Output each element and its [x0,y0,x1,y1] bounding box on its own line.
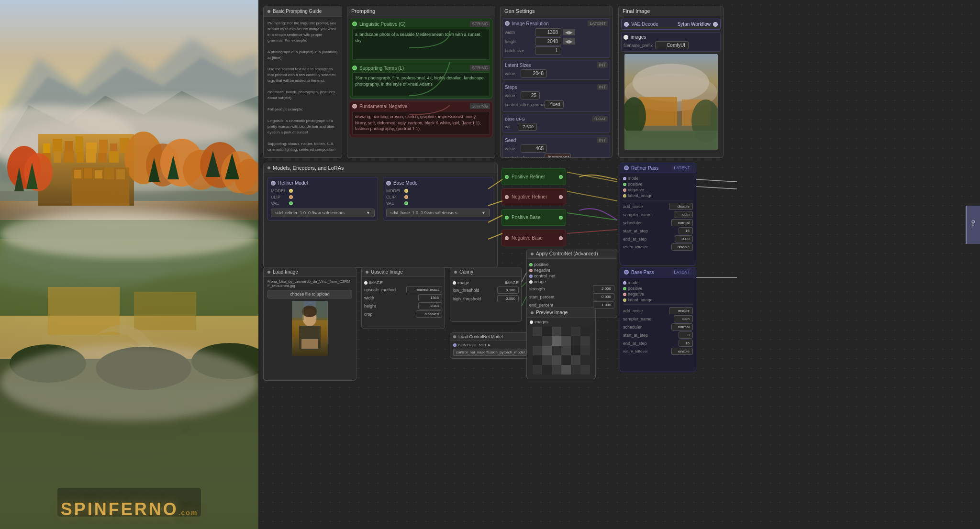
base-model-out [404,189,408,193]
guide-content[interactable]: Prompting: For the linguistic prompt, yo… [264,17,342,155]
bp-end-value[interactable]: 16 [679,340,693,347]
steps-value[interactable]: 25 [521,91,540,99]
canny-high-value[interactable]: 0.500 [497,295,519,302]
height-value[interactable]: 2048 [535,37,561,45]
refiner-model-selector[interactable]: sdxl_refiner_1.0_0.9van safetensors ▼ [271,209,375,217]
svg-rect-78 [624,131,718,150]
upscale-dot [366,271,368,274]
bp-return-value[interactable]: enable [671,348,693,355]
supporting-text-area[interactable]: 35mm photograph, film, professional, 4k,… [352,72,490,96]
cn-end-value[interactable]: 1.000 [593,301,614,309]
images-label: images [631,34,646,40]
svg-rect-42 [104,167,114,179]
svg-rect-43 [116,169,125,179]
canny-panel: Canny image IMAGE low_threshold 0.100 hi… [450,267,522,322]
refiner-model-file: sdxl_refiner_1.0_0.9van safetensors [275,210,345,215]
svg-rect-101 [542,346,552,355]
refiner-pass-panel: Refiner Pass LATENT model positive negat… [620,163,696,265]
base-vae-out [404,201,408,205]
main-layout: SPINFERNO.com [0,0,980,529]
rp-add-noise-value[interactable]: disable [669,203,693,210]
linguistic-text-area[interactable]: a landscape photo of a seaside Mediterra… [352,29,490,60]
cn-model-file[interactable]: control_net_nasdiffusion_pytorch_model.b… [453,349,528,356]
rp-sampler-value[interactable]: ddin [674,211,693,218]
canny-body: image IMAGE low_threshold 0.100 high_thr… [450,277,521,306]
neg-refiner-right-port [559,195,563,199]
svg-rect-18 [64,151,74,163]
seed-control-value[interactable]: increment [545,154,571,158]
filename-value[interactable]: ComfyUI [655,41,689,49]
pos-base-label: Positive Base [512,215,556,220]
base-pass-panel: Base Pass LATENT model positive negative [620,267,696,372]
cn-start-value[interactable]: 0.000 [593,293,614,300]
rp-return-value[interactable]: disable [671,243,693,251]
neg-refiner-left-port [505,195,509,199]
positive-base-panel: Positive Base [501,209,566,226]
refiner-pass-type: LATENT [672,165,692,171]
base-pass-body: model positive negative latent_image [620,277,696,358]
rp-start-value[interactable]: 16 [679,227,693,234]
svg-rect-106 [533,355,542,365]
cn-positive-port [529,263,533,266]
base-cfg-value[interactable]: 7.500 [518,123,537,131]
canny-low-value[interactable]: 0.100 [497,287,519,294]
rp-model-label: model [628,176,640,181]
supporting-port [352,66,357,70]
latent-value[interactable]: 2048 [521,69,547,77]
width-value[interactable]: 1368 [535,28,561,36]
refiner-model-label: Refiner Model [278,180,308,186]
rp-return-label: return_leftover [623,245,648,249]
batch-value[interactable]: 1 [535,46,561,55]
refiner-clip-out [289,195,293,199]
svg-rect-104 [571,346,580,355]
svg-rect-99 [580,336,590,346]
upscale-width-value[interactable]: 1365 [418,294,442,301]
supporting-type: STRING [470,65,490,71]
bp-scheduler-value[interactable]: normal [671,323,693,331]
pos-refiner-left-port [505,175,509,179]
width-stepper[interactable]: ◀▶ [563,29,575,35]
base-model-file: sdxl_base_1.0_0.9van safetensors [390,210,457,215]
svg-rect-107 [542,355,552,365]
bp-add-noise-value[interactable]: enable [669,307,693,314]
queue-button[interactable]: Qu... [966,206,980,244]
seed-val-label: value [505,146,519,151]
logo-text: SPINFERNO [61,499,178,519]
fundamental-text: drawing, painting, crayon, sketch, graph… [355,114,481,131]
bp-sampler-value[interactable]: ddin [674,315,693,322]
load-image-preview [292,301,328,356]
upscale-method-value[interactable]: nearest-exact [406,286,442,293]
svg-rect-100 [533,346,542,355]
seed-value[interactable]: 465 [521,144,547,153]
upscale-width-label: width [364,296,374,300]
images-port [624,35,628,40]
choose-file-button[interactable]: choose file to upload [267,290,352,298]
node-canvas[interactable]: Basic Prompting Guide Prompting: For the… [258,0,980,529]
base-model-selector-arrow[interactable]: ▼ [481,210,486,215]
landscape-svg [0,0,258,529]
height-stepper[interactable]: ◀▶ [563,38,575,44]
sytan-workflow-block: VAE Decode Sytan Workflow [621,19,721,30]
queue-label: Qu... [971,220,976,230]
rp-scheduler-value[interactable]: normal [671,219,693,226]
resolution-port [505,21,510,26]
final-image-title: Final Image [623,8,650,14]
svg-line-68 [522,282,526,287]
upscale-crop-value[interactable]: disabled [416,310,442,318]
steps-control-value[interactable]: fixed [545,100,564,109]
preview-image-panel: Preview Image images [526,308,596,379]
preview-header: Preview Image [527,308,595,318]
refiner-model-block: Refiner Model MODEL CLIP VAE [267,177,378,220]
base-model-selector[interactable]: sdxl_base_1.0_0.9van safetensors ▼ [386,209,490,217]
cn-model-port [529,275,533,278]
svg-rect-95 [542,336,552,346]
bp-model-port [623,281,626,285]
rp-end-value[interactable]: 1000 [675,235,693,242]
final-image-header: Final Image [619,6,723,16]
bp-start-value[interactable]: 0 [679,331,693,339]
cn-strength-value[interactable]: 2.000 [593,285,614,292]
load-image-body: Mona_Lisa_by_Leonardo_da_Vinci_from_C2RM… [264,277,356,358]
fundamental-text-area[interactable]: drawing, painting, crayon, sketch, graph… [352,111,490,135]
model-selector-arrow[interactable]: ▼ [366,210,370,215]
upscale-height-value[interactable]: 2048 [418,302,442,309]
